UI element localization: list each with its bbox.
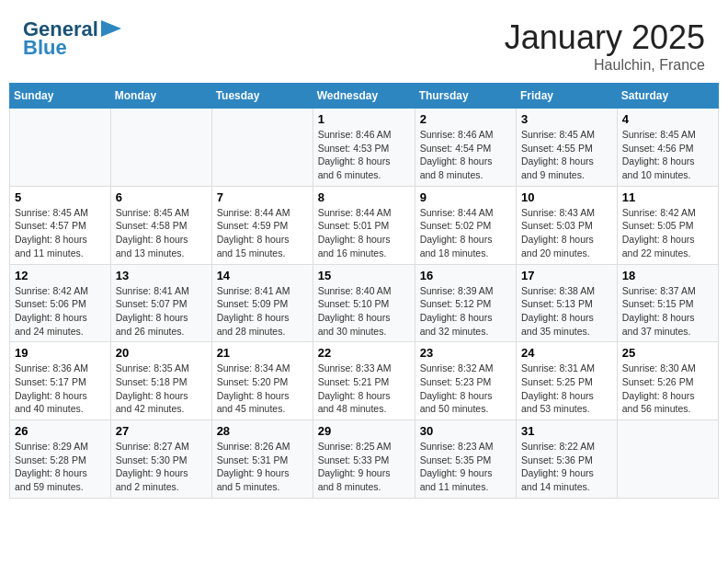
weekday-header-saturday: Saturday [617,84,718,109]
day-info: Sunrise: 8:22 AMSunset: 5:36 PMDaylight:… [521,440,612,494]
calendar-cell: 21Sunrise: 8:34 AMSunset: 5:20 PMDayligh… [211,342,313,420]
day-number: 24 [521,346,612,360]
title-area: January 2025 Haulchin, France [505,18,705,74]
calendar-cell: 23Sunrise: 8:32 AMSunset: 5:23 PMDayligh… [415,342,516,420]
day-info: Sunrise: 8:33 AMSunset: 5:21 PMDaylight:… [318,362,410,416]
day-info: Sunrise: 8:32 AMSunset: 5:23 PMDaylight:… [420,362,511,416]
day-number: 25 [622,346,713,360]
calendar-header: SundayMondayTuesdayWednesdayThursdayFrid… [10,84,719,109]
day-info: Sunrise: 8:35 AMSunset: 5:18 PMDaylight:… [116,362,207,416]
calendar-cell: 25Sunrise: 8:30 AMSunset: 5:26 PMDayligh… [617,342,718,420]
calendar-cell: 17Sunrise: 8:38 AMSunset: 5:13 PMDayligh… [517,264,618,342]
day-info: Sunrise: 8:41 AMSunset: 5:09 PMDaylight:… [217,284,308,339]
day-info: Sunrise: 8:36 AMSunset: 5:17 PMDaylight:… [15,362,106,416]
calendar-cell: 2Sunrise: 8:46 AMSunset: 4:54 PMDaylight… [415,109,516,187]
day-info: Sunrise: 8:26 AMSunset: 5:31 PMDaylight:… [217,440,308,494]
calendar-week-row: 12Sunrise: 8:42 AMSunset: 5:06 PMDayligh… [10,264,719,342]
day-number: 20 [116,346,207,360]
day-number: 14 [217,269,308,282]
day-number: 9 [420,190,511,204]
day-number: 16 [420,269,511,282]
day-number: 29 [318,424,410,438]
day-info: Sunrise: 8:39 AMSunset: 5:12 PMDaylight:… [420,284,511,339]
day-info: Sunrise: 8:45 AMSunset: 4:56 PMDaylight:… [622,128,713,182]
day-info: Sunrise: 8:23 AMSunset: 5:35 PMDaylight:… [420,440,511,494]
day-number: 27 [116,424,207,438]
logo: General Blue [23,18,121,59]
day-number: 18 [622,269,713,282]
day-number: 6 [116,190,207,204]
logo-blue-text: Blue [23,37,67,59]
day-number: 1 [318,112,410,126]
page-subtitle: Haulchin, France [505,57,705,74]
calendar-cell: 8Sunrise: 8:44 AMSunset: 5:01 PMDaylight… [313,186,415,264]
calendar-cell: 15Sunrise: 8:40 AMSunset: 5:10 PMDayligh… [313,264,415,342]
day-info: Sunrise: 8:44 AMSunset: 4:59 PMDaylight:… [217,206,308,260]
weekday-header-friday: Friday [517,84,618,109]
day-info: Sunrise: 8:27 AMSunset: 5:30 PMDaylight:… [116,440,207,494]
day-info: Sunrise: 8:37 AMSunset: 5:15 PMDaylight:… [622,284,713,339]
svg-marker-0 [101,20,121,37]
calendar-cell: 16Sunrise: 8:39 AMSunset: 5:12 PMDayligh… [415,264,516,342]
day-number: 13 [116,269,207,282]
day-number: 12 [15,269,106,282]
day-info: Sunrise: 8:41 AMSunset: 5:07 PMDaylight:… [116,284,207,339]
weekday-header-row: SundayMondayTuesdayWednesdayThursdayFrid… [10,84,719,109]
day-number: 30 [420,424,511,438]
day-number: 19 [15,346,106,360]
calendar-cell: 29Sunrise: 8:25 AMSunset: 5:33 PMDayligh… [313,420,415,499]
calendar-week-row: 5Sunrise: 8:45 AMSunset: 4:57 PMDaylight… [10,186,719,264]
calendar-cell: 9Sunrise: 8:44 AMSunset: 5:02 PMDaylight… [415,186,516,264]
page-header: General Blue January 2025 Haulchin, Fran… [9,9,719,78]
calendar-cell [617,420,718,499]
day-info: Sunrise: 8:30 AMSunset: 5:26 PMDaylight:… [622,362,713,416]
calendar-body: 1Sunrise: 8:46 AMSunset: 4:53 PMDaylight… [10,109,719,499]
day-number: 7 [217,190,308,204]
day-number: 3 [521,112,612,126]
calendar-cell [10,109,111,187]
calendar-week-row: 26Sunrise: 8:29 AMSunset: 5:28 PMDayligh… [10,420,719,499]
day-number: 11 [622,190,713,204]
weekday-header-monday: Monday [110,84,211,109]
calendar-cell: 3Sunrise: 8:45 AMSunset: 4:55 PMDaylight… [517,109,618,187]
calendar-cell: 14Sunrise: 8:41 AMSunset: 5:09 PMDayligh… [211,264,313,342]
day-number: 31 [521,424,612,438]
day-info: Sunrise: 8:34 AMSunset: 5:20 PMDaylight:… [217,362,308,416]
calendar-cell: 28Sunrise: 8:26 AMSunset: 5:31 PMDayligh… [211,420,313,499]
calendar-cell: 6Sunrise: 8:45 AMSunset: 4:58 PMDaylight… [110,186,211,264]
calendar-cell [110,109,211,187]
weekday-header-wednesday: Wednesday [313,84,415,109]
calendar-cell: 30Sunrise: 8:23 AMSunset: 5:35 PMDayligh… [415,420,516,499]
day-number: 22 [318,346,410,360]
calendar-cell: 7Sunrise: 8:44 AMSunset: 4:59 PMDaylight… [211,186,313,264]
calendar-week-row: 19Sunrise: 8:36 AMSunset: 5:17 PMDayligh… [10,342,719,420]
calendar-cell: 11Sunrise: 8:42 AMSunset: 5:05 PMDayligh… [617,186,718,264]
day-info: Sunrise: 8:42 AMSunset: 5:05 PMDaylight:… [622,206,713,260]
calendar-cell: 22Sunrise: 8:33 AMSunset: 5:21 PMDayligh… [313,342,415,420]
calendar-cell: 31Sunrise: 8:22 AMSunset: 5:36 PMDayligh… [517,420,618,499]
day-number: 2 [420,112,511,126]
day-info: Sunrise: 8:40 AMSunset: 5:10 PMDaylight:… [318,284,410,339]
logo-arrow-icon [101,20,121,37]
calendar-cell: 12Sunrise: 8:42 AMSunset: 5:06 PMDayligh… [10,264,111,342]
weekday-header-tuesday: Tuesday [211,84,313,109]
day-info: Sunrise: 8:45 AMSunset: 4:57 PMDaylight:… [15,206,106,260]
day-info: Sunrise: 8:43 AMSunset: 5:03 PMDaylight:… [521,206,612,260]
day-info: Sunrise: 8:45 AMSunset: 4:55 PMDaylight:… [521,128,612,182]
calendar-cell: 4Sunrise: 8:45 AMSunset: 4:56 PMDaylight… [617,109,718,187]
calendar-cell: 18Sunrise: 8:37 AMSunset: 5:15 PMDayligh… [617,264,718,342]
day-info: Sunrise: 8:38 AMSunset: 5:13 PMDaylight:… [521,284,612,339]
day-number: 4 [622,112,713,126]
calendar-cell: 5Sunrise: 8:45 AMSunset: 4:57 PMDaylight… [10,186,111,264]
day-number: 10 [521,190,612,204]
day-number: 28 [217,424,308,438]
day-info: Sunrise: 8:46 AMSunset: 4:54 PMDaylight:… [420,128,511,182]
calendar-table: SundayMondayTuesdayWednesdayThursdayFrid… [9,83,719,499]
calendar-cell: 27Sunrise: 8:27 AMSunset: 5:30 PMDayligh… [110,420,211,499]
calendar-cell: 20Sunrise: 8:35 AMSunset: 5:18 PMDayligh… [110,342,211,420]
calendar-cell [211,109,313,187]
day-info: Sunrise: 8:46 AMSunset: 4:53 PMDaylight:… [318,128,410,182]
day-info: Sunrise: 8:44 AMSunset: 5:01 PMDaylight:… [318,206,410,260]
day-number: 21 [217,346,308,360]
day-number: 17 [521,269,612,282]
